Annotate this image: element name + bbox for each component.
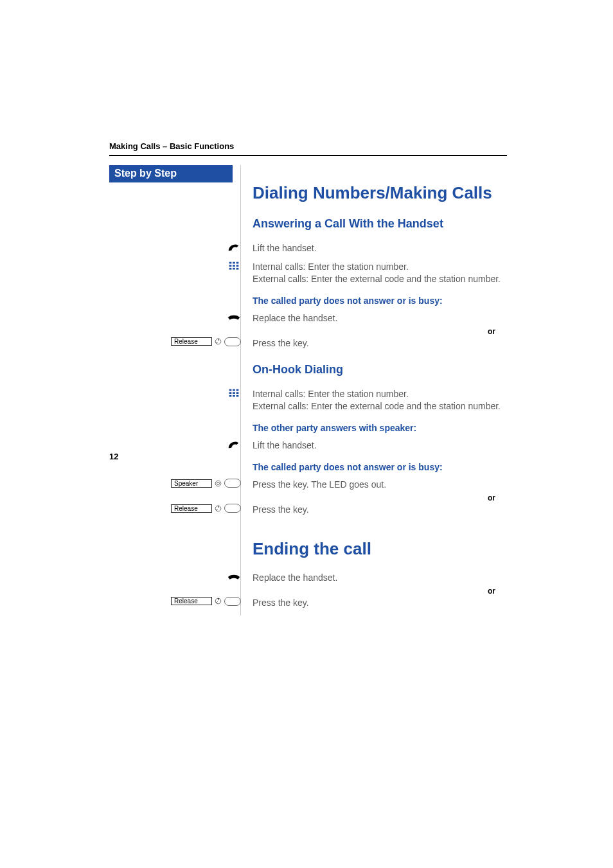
keypad-icon bbox=[227, 388, 241, 400]
step-row: Speaker Press the key. The LED goes out. bbox=[253, 479, 507, 491]
button-oval-icon bbox=[224, 479, 241, 488]
button-oval-icon bbox=[224, 337, 241, 346]
handset-lift-icon bbox=[227, 439, 241, 451]
key-label: Release bbox=[171, 597, 212, 605]
svg-point-19 bbox=[215, 481, 221, 486]
step-text: Press the key. The LED goes out. bbox=[253, 479, 386, 491]
or-label: or bbox=[488, 587, 495, 596]
condition-speaker-answer: The other party answers with speaker: bbox=[253, 423, 507, 433]
page-number: 12 bbox=[109, 452, 118, 461]
release-key-icon: Release bbox=[171, 597, 241, 606]
section-ending-title: Ending the call bbox=[253, 539, 507, 559]
step-row: Internal calls: Enter the station number… bbox=[253, 388, 507, 412]
led-icon bbox=[215, 505, 222, 512]
led-icon bbox=[215, 338, 222, 345]
release-key-icon: Release bbox=[171, 337, 241, 346]
step-row: Lift the handset. bbox=[253, 242, 507, 254]
step-text: Lift the handset. bbox=[253, 439, 317, 452]
subsection-answering-title: Answering a Call With the Handset bbox=[253, 217, 507, 231]
led-icon bbox=[215, 598, 222, 605]
svg-rect-13 bbox=[229, 393, 232, 394]
key-label: Release bbox=[171, 504, 212, 513]
svg-point-20 bbox=[217, 482, 220, 484]
key-label: Release bbox=[171, 337, 212, 346]
svg-rect-17 bbox=[233, 395, 235, 397]
step-text: Press the key. bbox=[253, 504, 309, 516]
svg-rect-6 bbox=[229, 268, 232, 270]
svg-rect-7 bbox=[233, 268, 235, 270]
step-text: Press the key. bbox=[253, 597, 309, 609]
step-by-step-sidebar: Step by Step bbox=[109, 165, 241, 616]
step-text: Press the key. bbox=[253, 337, 309, 350]
step-row: Internal calls: Enter the station number… bbox=[253, 261, 507, 285]
svg-rect-14 bbox=[233, 393, 235, 394]
subsection-onhook-title: On-Hook Dialing bbox=[253, 363, 507, 376]
svg-rect-3 bbox=[229, 265, 232, 267]
svg-rect-15 bbox=[236, 393, 239, 394]
handset-replace-icon bbox=[227, 572, 241, 583]
condition-no-answer: The called party does not answer or is b… bbox=[253, 462, 507, 472]
step-text: Replace the handset. bbox=[253, 572, 337, 584]
speaker-key-icon: Speaker bbox=[171, 479, 241, 488]
button-oval-icon bbox=[224, 504, 241, 513]
header-rule bbox=[109, 155, 507, 156]
step-row: Release Press the key. bbox=[253, 597, 507, 609]
step-row: Replace the handset. bbox=[253, 572, 507, 584]
svg-rect-18 bbox=[236, 395, 239, 397]
svg-rect-16 bbox=[229, 395, 232, 397]
running-header: Making Calls – Basic Functions bbox=[109, 141, 507, 151]
svg-rect-1 bbox=[233, 262, 235, 264]
keypad-icon bbox=[227, 261, 241, 272]
step-text: Internal calls: Enter the station number… bbox=[253, 388, 501, 412]
release-key-icon: Release bbox=[171, 504, 241, 513]
step-text: Lift the handset. bbox=[253, 242, 317, 254]
step-row: Release Press the key. bbox=[253, 504, 507, 516]
main-content: Dialing Numbers/Making Calls Answering a… bbox=[241, 165, 507, 616]
handset-replace-icon bbox=[227, 312, 241, 324]
svg-rect-11 bbox=[233, 389, 235, 391]
step-text: Internal calls: Enter the station number… bbox=[253, 261, 501, 285]
button-oval-icon bbox=[224, 597, 241, 606]
svg-rect-5 bbox=[236, 265, 239, 267]
svg-rect-0 bbox=[229, 262, 232, 264]
step-row: Replace the handset. bbox=[253, 312, 507, 324]
section-dialing-title: Dialing Numbers/Making Calls bbox=[253, 183, 507, 203]
or-label: or bbox=[488, 493, 495, 502]
step-row: Release Press the key. bbox=[253, 337, 507, 350]
key-label: Speaker bbox=[171, 479, 212, 488]
sidebar-title: Step by Step bbox=[109, 165, 233, 182]
svg-rect-12 bbox=[236, 389, 239, 391]
svg-rect-10 bbox=[229, 389, 232, 391]
svg-rect-4 bbox=[233, 265, 235, 267]
step-row: Lift the handset. bbox=[253, 439, 507, 452]
or-label: or bbox=[488, 327, 495, 336]
step-text: Replace the handset. bbox=[253, 312, 337, 324]
svg-rect-2 bbox=[236, 262, 239, 264]
handset-lift-icon bbox=[227, 242, 241, 254]
led-icon bbox=[215, 480, 222, 487]
condition-no-answer: The called party does not answer or is b… bbox=[253, 296, 507, 306]
svg-rect-8 bbox=[236, 268, 239, 270]
